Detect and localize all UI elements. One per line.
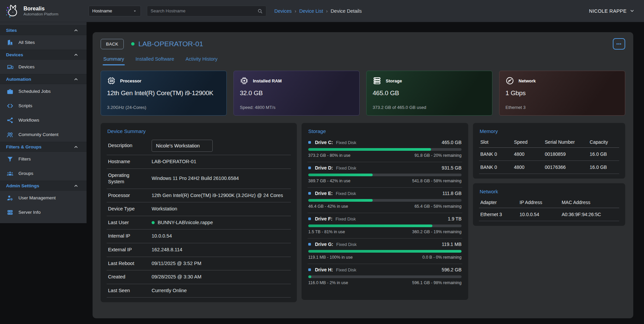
topbar: Borealis Automation Platform Hostname De… [0, 0, 644, 22]
drive-type: Fixed Disk [336, 166, 357, 171]
memory-header-speed: Speed [513, 137, 543, 148]
drive-name: Drive D: [315, 165, 333, 171]
device-online-dot [131, 42, 135, 46]
drive-usage-bar [308, 275, 462, 278]
storage-panel: Storage Drive C:Fixed Disk465.0 GB373.2 … [302, 123, 468, 300]
sidebar-item-groups[interactable]: Groups [0, 166, 87, 181]
sidebar-item-filters[interactable]: Filters [0, 152, 87, 166]
breadcrumb-item-device-list[interactable]: Device List [299, 8, 323, 14]
sidebar-item-scheduled-jobs[interactable]: Scheduled Jobs [0, 84, 87, 99]
chevron-down-icon [630, 8, 635, 13]
hostname-filter-dropdown[interactable]: Hostname [89, 6, 141, 16]
sidebar-item-all-sites[interactable]: All Sites [0, 35, 87, 50]
drive-usage-bar [308, 148, 462, 151]
chevron-up-icon [73, 52, 78, 57]
chevron-up-icon [73, 144, 78, 149]
sidebar-section-label: Admin Settings [6, 183, 39, 188]
sidebar-section-devices[interactable]: Devices [0, 50, 87, 60]
panels-row: Device Summary Description HostnameLAB-O… [101, 123, 625, 302]
summary-row-last-user: Last UserBUNNY-LAB\nicole.rappe [107, 216, 291, 230]
memory-title: Memory [480, 128, 619, 134]
drive-usage-fill [308, 275, 311, 278]
device-header: BACK LAB-OPERATOR-01 ••• [101, 38, 625, 50]
network-table: AdapterIP AddressMAC AddressEthernet 310… [479, 197, 619, 221]
briefcase-icon [7, 88, 13, 95]
sidebar-item-server-info[interactable]: Server Info [0, 205, 87, 219]
drive-row-drive-g: Drive G:Fixed Disk119.1 MB119.1 MB - 100… [308, 239, 462, 264]
sidebar-item-devices[interactable]: Devices [0, 60, 87, 74]
ram-icon [240, 76, 249, 85]
storage-stat-card: Storage 465.0 GB 373.2 GB of 465.0 GB us… [366, 71, 492, 116]
tab-activity-history[interactable]: Activity History [185, 55, 218, 65]
brand[interactable]: Borealis Automation Platform [0, 3, 87, 19]
sidebar-item-label: Workflows [18, 118, 39, 123]
user-menu[interactable]: NICOLE RAPPE [589, 8, 635, 14]
server-stack-icon [373, 76, 381, 85]
search-box[interactable] [147, 6, 266, 16]
drive-name: Drive F: [315, 216, 332, 221]
drive-used-text: 46.4 GB - 42% in use [308, 204, 348, 209]
more-actions-button[interactable]: ••• [613, 38, 625, 50]
search-input[interactable] [151, 8, 257, 13]
sidebar-section-label: Filters & Groups [6, 144, 42, 149]
sidebar-section-admin-settings[interactable]: Admin Settings [0, 181, 87, 191]
tab-summary[interactable]: Summary [103, 55, 125, 65]
device-details-card: BACK LAB-OPERATOR-01 ••• SummaryInstalle… [93, 32, 633, 318]
rabbit-logo-icon [5, 3, 20, 19]
back-button[interactable]: BACK [101, 39, 124, 49]
drive-row-drive-c: Drive C:Fixed Disk465.0 GB373.2 GB - 80%… [308, 137, 462, 162]
sidebar-section-filters-groups[interactable]: Filters & Groups [0, 142, 87, 152]
summary-row-created: Created09/28/2025 @ 3:30 AM [107, 270, 291, 284]
sidebar-section-automation[interactable]: Automation [0, 74, 87, 84]
summary-row-hostname: HostnameLAB-OPERATOR-01 [107, 155, 291, 169]
network-stat-card: Network 1 Gbps Ethernet 3 [499, 71, 625, 116]
drive-bullet [308, 141, 311, 144]
description-input[interactable] [152, 140, 213, 152]
summary-row-processor: Processor12th Gen Intel(R) Core(TM) i9-1… [107, 189, 291, 203]
memory-header-serial-number: Serial Number [543, 137, 588, 148]
drive-bullet [308, 192, 311, 195]
drive-usage-bar [308, 250, 462, 253]
summary-row-external-ip: External IP162.248.8.114 [107, 243, 291, 257]
sidebar-nav: SitesAll SitesDevicesDevicesAutomationSc… [0, 22, 87, 223]
device-summary-panel: Device Summary Description HostnameLAB-O… [101, 123, 297, 302]
memory-table: SlotSpeedSerial NumberCapacityBANK 04800… [479, 137, 619, 174]
tab-installed-software[interactable]: Installed Software [135, 55, 175, 65]
drive-usage-bar [308, 199, 462, 202]
breadcrumb: Devices›Device List›Device Details [274, 8, 362, 14]
sidebar-item-community-content[interactable]: Community Content [0, 127, 87, 142]
drive-usage-fill [308, 174, 373, 176]
sidebar-item-label: Community Content [18, 132, 58, 137]
drive-size: 1.9 TB [448, 216, 462, 221]
drive-row-drive-d: Drive D:Fixed Disk931.5 GB389.7 GB - 42%… [308, 162, 462, 188]
sidebar-item-user-management[interactable]: User Management [0, 191, 87, 205]
drive-name: Drive H: [315, 267, 333, 272]
sidebar-item-scripts[interactable]: Scripts [0, 99, 87, 113]
app-tagline: Automation Platform [23, 12, 58, 16]
summary-row-last-seen: Last SeenCurrently Online [107, 284, 291, 298]
drive-usage-fill [308, 224, 432, 227]
online-dot [152, 221, 155, 224]
drive-list: Drive C:Fixed Disk465.0 GB373.2 GB - 80%… [308, 137, 462, 289]
drive-used-text: 389.7 GB - 42% in use [308, 179, 351, 183]
sidebar-section-sites[interactable]: Sites [0, 25, 87, 35]
drive-used-text: 116.0 MB - 2% in use [308, 280, 348, 285]
drive-size: 465.0 GB [442, 140, 462, 145]
drive-usage-bar [308, 174, 462, 176]
sidebar-item-workflows[interactable]: Workflows [0, 113, 87, 127]
cpu-icon [107, 76, 116, 85]
drive-size: 119.1 MB [442, 242, 462, 247]
ram-stat-card: Installed RAM 32.0 GB Speed: 4800 MT/s [233, 71, 360, 116]
chevron-up-icon [73, 28, 78, 33]
drive-size: 596.2 GB [442, 267, 462, 272]
people-icon [7, 131, 13, 138]
sidebar-item-label: Filters [18, 156, 31, 161]
drive-remaining-text: 91.8 GB - 20% remaining [415, 153, 462, 158]
drive-bullet [308, 217, 311, 220]
breadcrumb-item-devices[interactable]: Devices [274, 8, 292, 14]
sidebar-section-label: Sites [6, 28, 17, 33]
breadcrumb-separator: › [326, 8, 328, 14]
user-name: NICOLE RAPPE [589, 8, 627, 14]
app-name: Borealis [23, 6, 58, 12]
drive-usage-bar [308, 224, 462, 227]
